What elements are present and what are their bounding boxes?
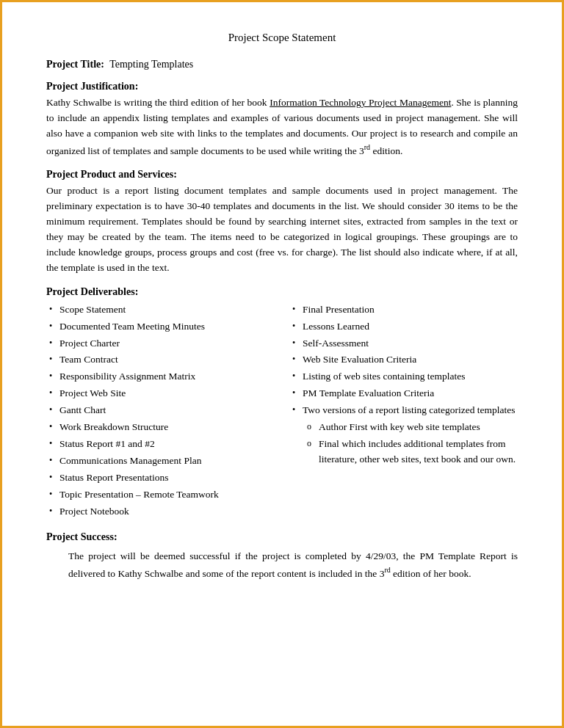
success-paragraph: The project will be deemed successful if…	[68, 549, 518, 581]
list-item: Web Site Evaluation Criteria	[289, 352, 518, 368]
list-item: Responsibility Assignment Matrix	[46, 369, 275, 385]
product-services-section: Project Product and Services: Our produc…	[46, 169, 518, 276]
product-services-heading: Project Product and Services:	[46, 169, 518, 181]
deliverables-left-col: Scope Statement Documented Team Meeting …	[46, 302, 275, 521]
deliverables-columns: Scope Statement Documented Team Meeting …	[46, 302, 518, 521]
success-section: Project Success: The project will be dee…	[46, 531, 518, 581]
list-item: Topic Presentation – Remote Teamwork	[46, 487, 275, 503]
deliverables-right-list: Final Presentation Lessons Learned Self-…	[289, 302, 518, 467]
deliverables-heading: Project Deliverables:	[46, 286, 518, 298]
list-item: Scope Statement	[46, 302, 275, 318]
list-item: Team Contract	[46, 352, 275, 368]
document-page: Project Scope Statement Project Title: T…	[0, 0, 564, 728]
success-heading: Project Success:	[46, 531, 518, 543]
deliverables-sub-list: Author First with key web site templates…	[303, 420, 518, 467]
list-item: Project Web Site	[46, 386, 275, 401]
list-item: Project Notebook	[46, 504, 275, 520]
page-title: Project Scope Statement	[228, 32, 336, 43]
success-text: The project will be deemed successful if…	[68, 549, 518, 581]
list-item: Author First with key web site templates	[303, 420, 518, 435]
list-item: PM Template Evaluation Criteria	[289, 386, 518, 401]
project-title-value: Tempting Templates	[107, 59, 193, 70]
list-item: Lessons Learned	[289, 319, 518, 335]
list-item: Status Report #1 and #2	[46, 437, 275, 452]
list-item: Documented Team Meeting Minutes	[46, 319, 275, 335]
product-services-paragraph: Our product is a report listing document…	[46, 183, 518, 276]
justification-paragraph: Kathy Schwalbe is writing the third edit…	[46, 95, 518, 159]
list-item: Project Charter	[46, 336, 275, 352]
list-item: Self-Assessment	[289, 336, 518, 352]
list-item: Final which includes additional template…	[303, 437, 518, 467]
list-item: Gantt Chart	[46, 403, 275, 418]
justification-section: Project Justification: Kathy Schwalbe is…	[46, 81, 518, 159]
list-item: Status Report Presentations	[46, 470, 275, 486]
list-item: Work Breakdown Structure	[46, 420, 275, 435]
justification-heading: Project Justification:	[46, 81, 518, 92]
list-item: Two versions of a report listing categor…	[289, 403, 518, 467]
deliverables-right-col: Final Presentation Lessons Learned Self-…	[289, 302, 518, 521]
project-title-section: Project Title: Tempting Templates	[46, 57, 518, 70]
project-title-label: Project Title:	[46, 59, 104, 70]
document-title: Project Scope Statement	[46, 32, 518, 44]
list-item: Communications Management Plan	[46, 454, 275, 469]
list-item: Listing of web sites containing template…	[289, 369, 518, 385]
deliverables-left-list: Scope Statement Documented Team Meeting …	[46, 302, 275, 520]
deliverables-section: Project Deliverables: Scope Statement Do…	[46, 286, 518, 521]
list-item: Final Presentation	[289, 302, 518, 318]
